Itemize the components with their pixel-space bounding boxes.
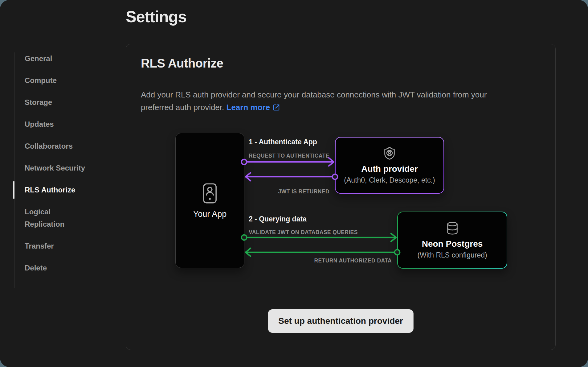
your-app-label: Your App [193,209,227,219]
settings-panel: Settings General Compute Storage Updates… [0,0,588,367]
flow1-title: 1 - Authenticate App [249,138,317,146]
sidebar-item-network-security[interactable]: Network Security [25,162,92,174]
flow2-return-label: RETURN AUTHORIZED DATA [314,258,392,264]
settings-sidebar: General Compute Storage Updates Collabor… [14,52,100,288]
sidebar-item-general[interactable]: General [25,52,92,65]
sidebar-item-compute[interactable]: Compute [25,74,92,87]
your-app-node: Your App [175,133,244,268]
sidebar-item-logical-replication[interactable]: Logical Replication [25,206,92,230]
auth-provider-subtitle: (Auth0, Clerk, Descope, etc.) [344,176,435,184]
sidebar-item-collaborators[interactable]: Collaborators [25,140,92,152]
screen: Settings General Compute Storage Updates… [0,0,588,367]
external-link-icon [273,104,280,111]
learn-more-label: Learn more [227,103,270,112]
sidebar-item-transfer[interactable]: Transfer [25,240,92,252]
database-icon [445,221,459,235]
neon-postgres-subtitle: (With RLS configured) [417,251,487,259]
auth-provider-node: Auth provider (Auth0, Clerk, Descope, et… [335,137,444,194]
auth-provider-title: Auth provider [361,164,418,174]
flow2-return-arrow [246,248,400,256]
sidebar-item-rls-authorize[interactable]: RLS Authorize [25,184,92,196]
card-description: Add your RLS auth provider and secure yo… [141,89,487,114]
sidebar-item-delete[interactable]: Delete [25,262,92,274]
flow2-request-label: VALIDATE JWT ON DATABASE QUERIES [249,229,358,236]
neon-postgres-node: Neon Postgres (With RLS configured) [397,212,507,269]
setup-auth-provider-button[interactable]: Set up authentication provider [268,309,413,333]
smartphone-user-icon [202,182,218,204]
rls-authorize-card: RLS Authorize Add your RLS auth provider… [126,44,556,350]
card-heading: RLS Authorize [141,56,223,70]
flow2-title: 2 - Querying data [249,215,307,223]
neon-postgres-title: Neon Postgres [422,239,483,249]
page-title: Settings [126,7,186,26]
flow1-request-label: REQUEST TO AUTHENTICATE [249,153,329,159]
shield-user-icon [382,146,397,160]
flow1-return-arrow [246,173,338,181]
flow1-return-label: JWT IS RETURNED [278,188,329,195]
learn-more-link[interactable]: Learn more [227,103,280,112]
sidebar-item-storage[interactable]: Storage [25,96,92,109]
sidebar-item-updates[interactable]: Updates [25,118,92,130]
description-line-2: preferred auth provider. [141,103,224,112]
description-line-1: Add your RLS auth provider and secure yo… [141,90,487,99]
